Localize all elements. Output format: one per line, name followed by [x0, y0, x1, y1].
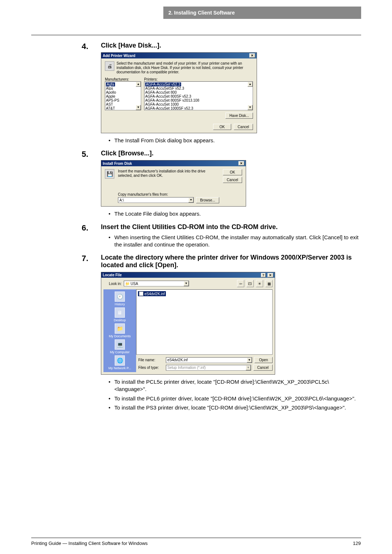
chevron-down-icon[interactable]: ▼	[184, 281, 189, 286]
step-note: The Locate File dialog box appears.	[88, 210, 360, 217]
views-icon[interactable]: ▦	[265, 280, 273, 287]
printers-listbox[interactable]: ▲ AGFA-AccuSet v52.3 AGFA-AccuSetSF v52.…	[144, 81, 253, 110]
list-item[interactable]: Apollo	[106, 90, 140, 94]
manufacturers-listbox[interactable]: ▲ Agfa Alps Apollo Apple APS-PS AST AT&T…	[105, 81, 141, 110]
install-from-disk-dialog: Install From Disk ✕ 💾 Insert the manufac…	[101, 160, 246, 207]
close-icon[interactable]: ✕	[249, 53, 255, 58]
step-note: When inserting the Client Utilities CD-R…	[88, 234, 360, 249]
dialog-titlebar: Add Printer Wizard ✕	[101, 53, 257, 58]
chevron-down-icon[interactable]: ▼	[188, 197, 193, 203]
dialog-titlebar: Install From Disk ✕	[101, 160, 246, 166]
close-icon[interactable]: ✕	[238, 161, 244, 166]
back-icon[interactable]: ⇦	[237, 280, 244, 287]
file-item-selected[interactable]: eS4dvl2K.inf	[138, 291, 166, 296]
dialog-description: Insert the manufacturer's installation d…	[118, 169, 219, 178]
list-item[interactable]: AGFA-AccuSet v52.3	[145, 82, 181, 86]
dialog-title: Add Printer Wizard	[103, 54, 135, 58]
look-in-value: USA	[131, 282, 138, 286]
browse-button[interactable]: Browse...	[196, 197, 219, 203]
ok-button[interactable]: OK	[223, 169, 242, 175]
scroll-down-icon[interactable]: ▼	[248, 105, 253, 110]
step-title: Click [Browse...].	[88, 150, 360, 157]
list-item[interactable]: AGFA-AccuSet 800	[145, 90, 252, 94]
step-number: 6.	[82, 223, 89, 233]
file-icon	[139, 292, 143, 296]
list-item[interactable]: AGFA-AccuSet 1000SF v52.3	[145, 106, 252, 110]
list-item[interactable]: Alps	[106, 86, 140, 90]
chevron-down-icon: ▼	[246, 365, 251, 370]
look-in-label: Look in:	[103, 282, 122, 286]
list-item[interactable]: AT&T	[106, 106, 140, 110]
places-bar: 🕘History 🖥Desktop 📁My Documents 💻My Comp…	[103, 289, 136, 372]
list-item[interactable]: AGFA-AccuSetSF v52.3	[145, 86, 252, 90]
install-note: To install the PS3 printer driver, locat…	[88, 404, 360, 411]
locate-file-dialog: Locate File ? ✕ Look in: 📁 USA ▼ ⇦ ⮹ ✳	[101, 272, 275, 375]
list-item[interactable]: AGFA-AccuSet 800SF v2013.108	[145, 98, 252, 102]
footer-page-number: 129	[353, 541, 361, 546]
scroll-up-icon[interactable]: ▲	[136, 82, 141, 87]
path-value: A:\	[119, 198, 124, 202]
dialog-description: Select the manufacturer and model of you…	[117, 61, 253, 74]
add-printer-wizard-dialog: Add Printer Wizard ✕ 🖨 Select the manufa…	[101, 52, 257, 133]
network-icon: 🌐	[115, 355, 125, 366]
install-note: To install the PCL5c printer driver, loc…	[88, 378, 360, 393]
look-in-dropdown[interactable]: 📁 USA ▼	[124, 281, 189, 286]
cancel-button[interactable]: Cancel	[223, 177, 242, 183]
list-item[interactable]: AST	[106, 102, 140, 106]
install-note: To install the PCL6 printer driver, loca…	[88, 395, 360, 402]
section-header: 2. Installing Client Software	[163, 7, 361, 19]
copy-from-label: Copy manufacturer's files from:	[118, 192, 219, 196]
place-network[interactable]: 🌐My Network P...	[105, 355, 134, 370]
printers-label: Printers:	[144, 77, 253, 81]
step-number: 5.	[82, 150, 89, 159]
step-5: 5. Click [Browse...]. Install From Disk …	[88, 150, 360, 217]
printer-icon: 🖨	[105, 61, 114, 71]
dialog-title: Install From Disk	[103, 162, 132, 166]
cancel-button[interactable]: Cancel	[253, 364, 273, 371]
step-title: Insert the Client Utilities CD-ROM into …	[88, 223, 360, 231]
open-button[interactable]: Open	[254, 357, 273, 363]
list-item[interactable]: Apple	[106, 94, 140, 98]
footer-left: Printing Guide — Installing Client Softw…	[31, 541, 148, 546]
folder-icon: 📁	[115, 323, 125, 334]
manufacturers-label: Manufacturers:	[105, 77, 141, 81]
step-7: 7. Locate the directory where the printe…	[88, 254, 360, 411]
path-dropdown[interactable]: A:\ ▼	[118, 197, 194, 203]
file-name-field[interactable]: eS4dvl2K.inf ▼	[166, 357, 252, 363]
place-history[interactable]: 🕘History	[105, 292, 134, 306]
place-mydocuments[interactable]: 📁My Documents	[105, 323, 134, 338]
file-name-label: File name:	[138, 358, 164, 362]
help-icon[interactable]: ?	[261, 273, 266, 277]
step-6: 6. Insert the Client Utilities CD-ROM in…	[88, 223, 360, 249]
scroll-up-icon[interactable]: ▲	[248, 82, 253, 87]
list-item[interactable]: Agfa	[106, 82, 115, 86]
file-type-label: Files of type:	[138, 366, 164, 370]
step-title: Click [Have Disk...].	[88, 42, 360, 49]
dialog-titlebar: Locate File ? ✕	[101, 272, 275, 278]
history-icon: 🕘	[115, 292, 125, 302]
chevron-down-icon[interactable]: ▼	[247, 358, 252, 363]
place-mycomputer[interactable]: 💻My Computer	[105, 339, 134, 354]
list-item[interactable]: APS-PS	[106, 98, 140, 102]
step-number: 4.	[82, 42, 89, 51]
have-disk-button[interactable]: Have Disk...	[225, 113, 253, 119]
computer-icon: 💻	[115, 339, 125, 350]
ok-button[interactable]: OK	[213, 124, 231, 130]
up-folder-icon[interactable]: ⮹	[246, 280, 254, 287]
close-icon[interactable]: ✕	[268, 273, 273, 277]
step-note: The Install From Disk dialog box appears…	[88, 137, 360, 144]
step-number: 7.	[82, 254, 89, 263]
content-area: 4. Click [Have Disk...]. Add Printer Wiz…	[88, 42, 360, 417]
disk-icon: 💾	[105, 169, 114, 179]
dialog-title: Locate File	[103, 273, 122, 277]
page-footer: Printing Guide — Installing Client Softw…	[31, 541, 361, 546]
list-item[interactable]: AGFA-AccuSet 800SF v52.3	[145, 94, 252, 98]
file-list[interactable]: eS4dvl2K.inf	[136, 289, 273, 355]
place-desktop[interactable]: 🖥Desktop	[105, 307, 134, 322]
step-title: Locate the directory where the printer d…	[88, 254, 360, 269]
desktop-icon: 🖥	[115, 307, 125, 318]
scroll-down-icon[interactable]: ▼	[136, 105, 141, 110]
cancel-button[interactable]: Cancel	[234, 124, 253, 130]
list-item[interactable]: AGFA-AccuSet 1000	[145, 102, 252, 106]
new-folder-icon[interactable]: ✳	[256, 280, 263, 287]
